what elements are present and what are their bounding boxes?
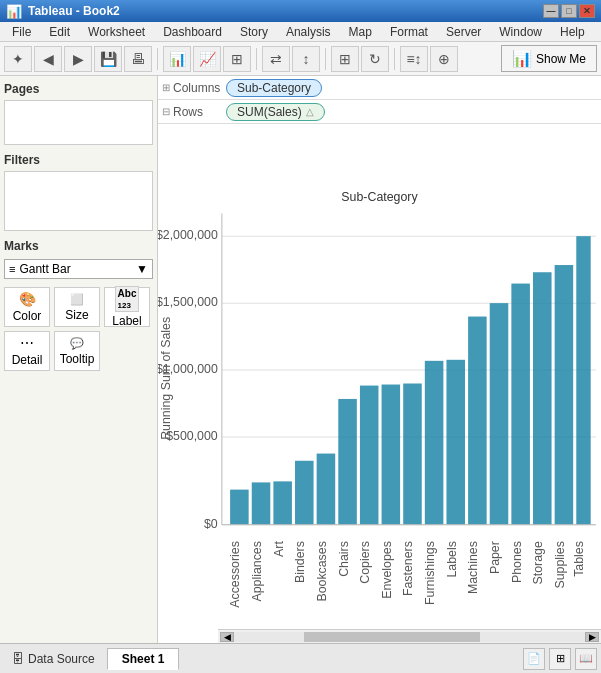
tooltip-button[interactable]: 💬 Tooltip xyxy=(54,331,100,371)
rows-grid-icon: ⊟ xyxy=(162,106,170,117)
svg-rect-18 xyxy=(360,386,379,525)
menu-map[interactable]: Map xyxy=(341,23,380,41)
svg-text:Envelopes: Envelopes xyxy=(380,541,394,599)
size-label: Size xyxy=(65,308,88,322)
menu-edit[interactable]: Edit xyxy=(41,23,78,41)
toolbar-viz1-button[interactable]: 📊 xyxy=(163,46,191,72)
svg-rect-25 xyxy=(511,284,530,525)
sheet1-label: Sheet 1 xyxy=(122,652,165,666)
show-me-icon: 📊 xyxy=(512,49,532,68)
svg-rect-22 xyxy=(446,360,465,525)
menu-dashboard[interactable]: Dashboard xyxy=(155,23,230,41)
minimize-button[interactable]: — xyxy=(543,4,559,18)
show-me-label: Show Me xyxy=(536,52,586,66)
scroll-thumb[interactable] xyxy=(304,632,480,642)
svg-rect-23 xyxy=(468,317,487,525)
sheet1-tab[interactable]: Sheet 1 xyxy=(107,648,180,670)
toolbar-fix-button[interactable]: ⊞ xyxy=(331,46,359,72)
color-button[interactable]: 🎨 Color xyxy=(4,287,50,327)
svg-text:Copiers: Copiers xyxy=(358,541,372,584)
columns-pill[interactable]: Sub-Category xyxy=(226,79,322,97)
label-icon: Abc123 xyxy=(115,286,140,312)
horizontal-scrollbar[interactable]: ◀ ▶ xyxy=(218,629,601,643)
toolbar-viz2-button[interactable]: 📈 xyxy=(193,46,221,72)
toolbar-print-button[interactable]: 🖶 xyxy=(124,46,152,72)
scroll-right-button[interactable]: ▶ xyxy=(585,632,599,642)
marks-type-dropdown[interactable]: ≡ Gantt Bar ▼ xyxy=(4,259,153,279)
svg-rect-13 xyxy=(252,482,271,524)
menu-help[interactable]: Help xyxy=(552,23,593,41)
svg-text:Tables: Tables xyxy=(572,541,586,577)
data-source-icon: 🗄 xyxy=(12,652,24,666)
chart-area: ⊞ Columns Sub-Category ⊟ Rows SUM(Sales)… xyxy=(158,76,601,643)
bottom-icons: 📄 ⊞ 📖 xyxy=(523,648,597,670)
new-sheet-button[interactable]: 📄 xyxy=(523,648,545,670)
toolbar-sort-button[interactable]: ↕ xyxy=(292,46,320,72)
toolbar-save-button[interactable]: 💾 xyxy=(94,46,122,72)
chart-title: Sub-Category xyxy=(341,190,418,204)
color-label: Color xyxy=(13,309,42,323)
toolbar-viz3-button[interactable]: ⊞ xyxy=(223,46,251,72)
toolbar: ✦ ◀ ▶ 💾 🖶 📊 📈 ⊞ ⇄ ↕ ⊞ ↻ ≡↕ ⊕ 📊 Show Me xyxy=(0,42,601,76)
close-button[interactable]: ✕ xyxy=(579,4,595,18)
svg-text:Binders: Binders xyxy=(293,541,307,583)
pages-section: Pages xyxy=(4,80,153,145)
tooltip-icon: 💬 xyxy=(70,337,84,350)
toolbar-new-button[interactable]: ✦ xyxy=(4,46,32,72)
data-source-tab[interactable]: 🗄 Data Source xyxy=(4,649,103,669)
scroll-left-button[interactable]: ◀ xyxy=(220,632,234,642)
rows-shelf-label: ⊟ Rows xyxy=(162,105,222,119)
svg-text:Phones: Phones xyxy=(510,541,524,583)
svg-rect-14 xyxy=(273,481,292,524)
toolbar-back-button[interactable]: ◀ xyxy=(34,46,62,72)
new-dashboard-button[interactable]: ⊞ xyxy=(549,648,571,670)
toolbar-group-button[interactable]: ⊕ xyxy=(430,46,458,72)
svg-rect-16 xyxy=(317,454,336,525)
menu-story[interactable]: Story xyxy=(232,23,276,41)
marks-label: Marks xyxy=(4,237,153,255)
rows-pill[interactable]: SUM(Sales) △ xyxy=(226,103,325,121)
toolbar-forward-button[interactable]: ▶ xyxy=(64,46,92,72)
menu-format[interactable]: Format xyxy=(382,23,436,41)
size-button[interactable]: ⬜ Size xyxy=(54,287,100,327)
svg-rect-17 xyxy=(338,399,357,525)
menu-bar: File Edit Worksheet Dashboard Story Anal… xyxy=(0,22,601,42)
chart-svg: Sub-Category $2,000,000 $1,500,000 $1,00… xyxy=(158,124,601,643)
maximize-button[interactable]: □ xyxy=(561,4,577,18)
menu-server[interactable]: Server xyxy=(438,23,489,41)
gantt-bar-icon: ≡ xyxy=(9,263,15,275)
filters-box xyxy=(4,171,153,231)
marks-type-label: Gantt Bar xyxy=(19,262,132,276)
toolbar-refresh-button[interactable]: ↻ xyxy=(361,46,389,72)
svg-rect-19 xyxy=(382,385,401,525)
rows-pill-text: SUM(Sales) xyxy=(237,105,302,119)
columns-shelf: ⊞ Columns Sub-Category xyxy=(158,76,601,100)
menu-window[interactable]: Window xyxy=(491,23,550,41)
detail-button[interactable]: ⋯ Detail xyxy=(4,331,50,371)
menu-analysis[interactable]: Analysis xyxy=(278,23,339,41)
title-bar-controls: — □ ✕ xyxy=(543,4,595,18)
window-title: Tableau - Book2 xyxy=(28,4,120,18)
left-panel: Pages Filters Marks ≡ Gantt Bar ▼ 🎨 Colo… xyxy=(0,76,158,643)
svg-text:Chairs: Chairs xyxy=(337,541,351,577)
label-button[interactable]: Abc123 Label xyxy=(104,287,150,327)
pages-label: Pages xyxy=(4,80,153,98)
menu-file[interactable]: File xyxy=(4,23,39,41)
menu-worksheet[interactable]: Worksheet xyxy=(80,23,153,41)
show-me-button[interactable]: 📊 Show Me xyxy=(501,45,597,72)
svg-rect-26 xyxy=(533,272,552,524)
scroll-track xyxy=(234,632,585,642)
svg-text:Accessories: Accessories xyxy=(228,541,242,608)
svg-rect-21 xyxy=(425,361,444,525)
svg-text:Art: Art xyxy=(272,541,286,557)
svg-text:$1,500,000: $1,500,000 xyxy=(158,295,218,309)
viz-container: Sub-Category $2,000,000 $1,500,000 $1,00… xyxy=(158,124,601,643)
svg-rect-27 xyxy=(555,265,574,525)
new-story-button[interactable]: 📖 xyxy=(575,648,597,670)
svg-text:Storage: Storage xyxy=(531,541,545,584)
toolbar-swap-button[interactable]: ⇄ xyxy=(262,46,290,72)
toolbar-filter-button[interactable]: ≡↕ xyxy=(400,46,428,72)
title-bar-left: 📊 Tableau - Book2 xyxy=(6,4,120,19)
svg-rect-28 xyxy=(576,236,590,524)
app-icon: 📊 xyxy=(6,4,22,19)
